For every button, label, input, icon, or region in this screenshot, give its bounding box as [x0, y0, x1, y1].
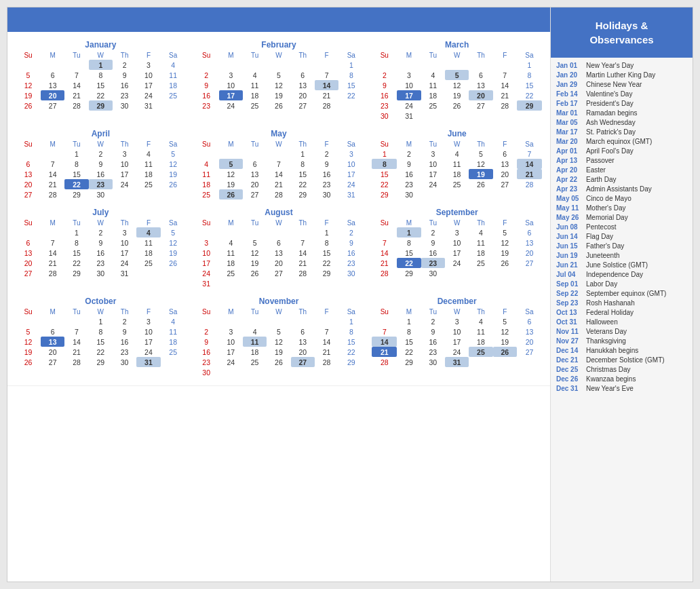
cal-day: 19 — [493, 337, 517, 347]
day-header: W — [89, 307, 113, 316]
holiday-item: Apr 23Admin Assistants Day — [556, 185, 687, 193]
month-block: SeptemberSuMTuWThFSa12345678910111213141… — [370, 205, 543, 291]
cal-day: 4 — [445, 149, 469, 159]
cal-day: 12 — [469, 159, 492, 169]
holiday-name: Hanukkah begins — [586, 347, 638, 354]
cal-day: 22 — [338, 90, 364, 100]
cal-day — [291, 367, 315, 377]
cal-day: 3 — [421, 149, 445, 159]
cal-day: 17 — [136, 80, 160, 90]
cal-day — [64, 60, 88, 70]
cal-day: 3 — [113, 149, 136, 159]
cal-day: 11 — [243, 80, 267, 90]
cal-day: 1 — [64, 227, 88, 238]
day-header: Su — [372, 218, 397, 227]
cal-day: 8 — [64, 238, 88, 248]
day-header: Sa — [161, 307, 186, 316]
day-header: W — [89, 51, 113, 60]
holiday-item: Sep 22September equinox (GMT) — [556, 290, 687, 297]
cal-day — [161, 268, 186, 278]
cal-day: 19 — [267, 347, 290, 357]
cal-day: 3 — [113, 227, 136, 238]
holiday-date: May 26 — [556, 214, 582, 221]
cal-day: 22 — [338, 347, 364, 357]
cal-day: 14 — [41, 169, 64, 179]
cal-day: 18 — [219, 258, 243, 268]
holiday-name: New Year's Day — [586, 62, 634, 69]
cal-day: 2 — [421, 316, 445, 326]
cal-day: 22 — [291, 179, 315, 189]
cal-day: 16 — [89, 248, 113, 258]
cal-day: 23 — [338, 258, 364, 268]
holiday-date: Dec 21 — [556, 356, 582, 364]
cal-day — [243, 149, 267, 159]
day-header: Sa — [161, 51, 186, 60]
cal-day: 10 — [421, 159, 445, 169]
cal-day: 18 — [469, 248, 492, 258]
cal-day: 22 — [517, 90, 542, 100]
cal-day — [372, 60, 397, 70]
holiday-date: Jun 21 — [556, 261, 582, 269]
cal-day: 16 — [315, 169, 338, 179]
cal-day: 26 — [161, 258, 186, 268]
cal-day: 31 — [194, 278, 219, 288]
cal-day: 25 — [445, 179, 469, 189]
day-header: M — [41, 51, 64, 60]
cal-day: 10 — [338, 159, 364, 169]
month-block: AprilSuMTuWThFSa123456789101112131415161… — [14, 126, 187, 202]
holiday-name: Labor Day — [586, 280, 617, 288]
day-header: F — [493, 51, 517, 60]
day-header: Sa — [161, 218, 186, 227]
holiday-date: Sep 22 — [556, 290, 582, 297]
cal-day — [219, 316, 243, 326]
cal-day: 18 — [136, 169, 160, 179]
day-header: Su — [372, 140, 397, 149]
month-title: July — [16, 208, 186, 217]
cal-day: 25 — [161, 90, 186, 100]
holiday-item: Dec 25Christmas Day — [556, 366, 687, 373]
cal-day: 1 — [372, 149, 397, 159]
cal-day: 22 — [89, 90, 113, 100]
day-header: Tu — [243, 307, 267, 316]
cal-table: SuMTuWThFSa12345678910111213141516171819… — [16, 51, 186, 111]
cal-day: 15 — [397, 248, 421, 258]
day-header: M — [41, 218, 64, 227]
day-header: Th — [469, 307, 492, 316]
day-header: Su — [194, 218, 219, 227]
cal-day — [243, 367, 267, 377]
cal-day — [267, 60, 290, 70]
cal-day: 23 — [315, 179, 338, 189]
day-header: Th — [291, 218, 315, 227]
cal-day: 7 — [41, 159, 64, 169]
cal-day: 30 — [372, 111, 397, 121]
cal-day: 27 — [267, 268, 290, 278]
month-block: OctoberSuMTuWThFSa1234567891011121314151… — [14, 294, 187, 380]
cal-day: 13 — [41, 337, 64, 347]
cal-day: 31 — [397, 111, 421, 121]
cal-day: 8 — [89, 326, 113, 337]
cal-day: 7 — [517, 149, 542, 159]
cal-day — [16, 60, 41, 70]
holiday-date: Dec 14 — [556, 347, 582, 354]
holiday-item: Dec 31New Year's Eve — [556, 385, 687, 392]
cal-day: 5 — [493, 227, 517, 238]
cal-day: 12 — [16, 80, 41, 90]
day-header: W — [445, 140, 469, 149]
cal-day: 9 — [89, 238, 113, 248]
cal-day: 14 — [315, 337, 338, 347]
cal-day — [469, 357, 492, 367]
day-header: F — [493, 140, 517, 149]
cal-day: 2 — [194, 70, 219, 80]
holiday-date: Nov 27 — [556, 337, 582, 345]
cal-day: 7 — [64, 326, 88, 337]
day-header: W — [445, 51, 469, 60]
holiday-date: May 05 — [556, 195, 582, 202]
holiday-item: Dec 26Kwanzaa begins — [556, 375, 687, 383]
holiday-item: Sep 01Labor Day — [556, 280, 687, 288]
cal-day: 17 — [445, 248, 469, 258]
holiday-date: Apr 20 — [556, 166, 582, 174]
cal-day — [219, 149, 243, 159]
cal-day: 24 — [219, 100, 243, 111]
holiday-name: Pentecost — [586, 223, 616, 231]
holiday-name: September equinox (GMT) — [586, 290, 666, 297]
